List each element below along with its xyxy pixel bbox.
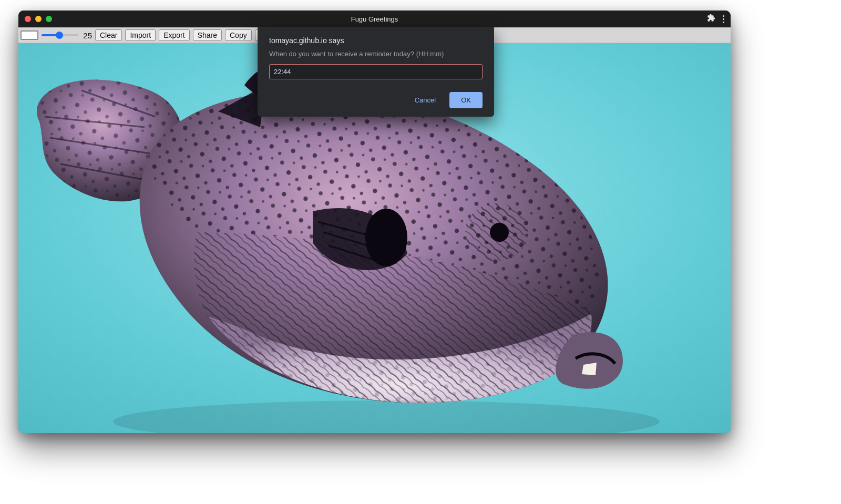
clear-button[interactable]: Clear: [95, 29, 122, 41]
minimize-window-button[interactable]: [35, 16, 42, 22]
color-picker[interactable]: [20, 30, 38, 40]
svg-point-7: [490, 223, 509, 242]
import-button[interactable]: Import: [125, 29, 156, 41]
dialog-input[interactable]: [269, 64, 483, 79]
dialog-message: When do you want to receive a reminder t…: [269, 50, 483, 58]
maximize-window-button[interactable]: [46, 16, 52, 22]
dialog-origin: tomayac.github.io says: [269, 36, 483, 45]
ok-button[interactable]: OK: [449, 92, 483, 108]
prompt-dialog: tomayac.github.io says When do you want …: [258, 27, 494, 117]
share-button[interactable]: Share: [193, 29, 222, 41]
brush-size-value: 25: [81, 31, 92, 40]
cancel-button[interactable]: Cancel: [407, 92, 443, 108]
extensions-icon[interactable]: [707, 14, 715, 24]
slider-thumb[interactable]: [56, 32, 63, 39]
titlebar: Fugu Greetings: [18, 11, 731, 27]
copy-button[interactable]: Copy: [225, 29, 252, 41]
window-title: Fugu Greetings: [18, 15, 731, 23]
traffic-lights: [25, 16, 52, 22]
close-window-button[interactable]: [25, 16, 31, 22]
svg-point-8: [365, 209, 407, 266]
menu-icon[interactable]: [723, 15, 724, 23]
export-button[interactable]: Export: [159, 29, 189, 41]
brush-size-slider[interactable]: [42, 31, 78, 39]
app-window: Fugu Greetings 25 Clear Import Export: [18, 11, 731, 433]
